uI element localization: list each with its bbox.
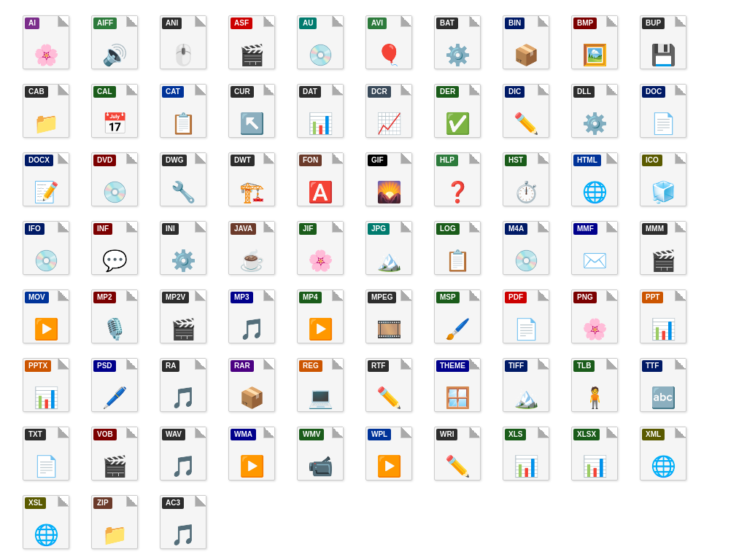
ext-badge: XLS xyxy=(505,429,526,440)
file-icon-bat[interactable]: BAT ⚙️ xyxy=(425,13,490,79)
file-icon-cal[interactable]: CAL 📅 xyxy=(82,82,147,147)
file-icon-gif[interactable]: GIF 🌄 xyxy=(356,150,422,216)
file-icon-fon[interactable]: FON 🅰️ xyxy=(287,150,353,216)
icon-wrapper: MOV ▶️ xyxy=(17,287,75,346)
icon-wrapper: AIFF 🔊 xyxy=(85,13,144,71)
file-icon-dvd[interactable]: DVD 💿 xyxy=(82,150,147,216)
file-icon-asf[interactable]: ASF 🎬 xyxy=(219,13,285,79)
file-icon-dwg[interactable]: DWG 🔧 xyxy=(150,150,216,216)
file-icon-doc[interactable]: DOC 📄 xyxy=(630,82,696,147)
file-icon-mov[interactable]: MOV ▶️ xyxy=(13,287,79,353)
file-icon-wmv[interactable]: WMV 📹 xyxy=(287,424,353,490)
icon-wrapper: BUP 💾 xyxy=(634,13,692,71)
file-icon-ai[interactable]: AI 🌸 xyxy=(13,13,79,79)
file-icon-dwt[interactable]: DWT 🏗️ xyxy=(219,150,285,216)
file-icon-bin[interactable]: BIN 📦 xyxy=(493,13,559,79)
file-icon-m4a[interactable]: M4A 💿 xyxy=(493,219,559,284)
ext-badge: XML xyxy=(642,429,665,440)
file-icon-dcr[interactable]: DCR 📈 xyxy=(356,82,422,147)
file-icon-pptx[interactable]: PPTX 📊 xyxy=(13,356,79,421)
file-icon-wav[interactable]: WAV 🎵 xyxy=(150,424,216,490)
file-icon-ani[interactable]: ANI 🖱️ xyxy=(150,13,216,79)
icon-symbol: 🖌️ xyxy=(445,319,471,340)
file-icon-ra[interactable]: RA 🎵 xyxy=(150,356,216,421)
file-icon-ttf[interactable]: TTF 🔤 xyxy=(630,356,696,421)
file-icon-ppt[interactable]: PPT 📊 xyxy=(630,287,696,353)
file-icon-mp4[interactable]: MP4 ▶️ xyxy=(287,287,353,353)
file-icon-hst[interactable]: HST ⏱️ xyxy=(493,150,559,216)
file-icon-wri[interactable]: WRI ✏️ xyxy=(425,424,490,490)
file-icon-xml[interactable]: XML 🌐 xyxy=(630,424,696,490)
icon-wrapper: ICO 🧊 xyxy=(634,150,692,209)
file-icon-ini[interactable]: INI ⚙️ xyxy=(150,219,216,284)
file-icon-jif[interactable]: JIF 🌸 xyxy=(287,219,353,284)
file-icon-tiff[interactable]: TIFF 🏔️ xyxy=(493,356,559,421)
file-icon-avi[interactable]: AVI 🎈 xyxy=(356,13,422,79)
file-icon-ico[interactable]: ICO 🧊 xyxy=(630,150,696,216)
icon-symbol: 💬 xyxy=(102,251,128,271)
file-page: DLL ⚙️ xyxy=(571,84,618,138)
file-page: TLB 🧍 xyxy=(571,358,618,412)
file-icon-dat[interactable]: DAT 📊 xyxy=(287,82,353,147)
file-icon-mmf[interactable]: MMF ✉️ xyxy=(562,219,627,284)
file-icon-theme[interactable]: THEME 🪟 xyxy=(425,356,490,421)
file-icon-tlb[interactable]: TLB 🧍 xyxy=(562,356,627,421)
file-icon-mp2[interactable]: MP2 🎙️ xyxy=(82,287,147,353)
file-icon-cab[interactable]: CAB 📁 xyxy=(13,82,79,147)
file-icon-ifo[interactable]: IFO 💿 xyxy=(13,219,79,284)
icon-wrapper: PPTX 📊 xyxy=(17,356,75,414)
file-page: XLS 📊 xyxy=(503,427,549,481)
file-icon-rar[interactable]: RAR 📦 xyxy=(219,356,285,421)
file-icon-hlp[interactable]: HLP ❓ xyxy=(425,150,490,216)
ext-badge: WPL xyxy=(368,429,391,440)
file-icon-msp[interactable]: MSP 🖌️ xyxy=(425,287,490,353)
file-icon-mp2v[interactable]: MP2V 🎬 xyxy=(150,287,216,353)
file-icon-wpl[interactable]: WPL ▶️ xyxy=(356,424,422,490)
file-icon-psd[interactable]: PSD 🖊️ xyxy=(82,356,147,421)
file-icon-dic[interactable]: DIC ✏️ xyxy=(493,82,559,147)
file-icon-der[interactable]: DER ✅ xyxy=(425,82,490,147)
file-icon-log[interactable]: LOG 📋 xyxy=(425,219,490,284)
file-icon-java[interactable]: JAVA ☕ xyxy=(219,219,285,284)
icon-wrapper: RA 🎵 xyxy=(154,356,212,414)
file-icon-mpeg[interactable]: MPEG 🎞️ xyxy=(356,287,422,353)
icon-symbol: 🌐 xyxy=(651,456,676,477)
file-page: AI 🌸 xyxy=(23,15,69,69)
file-icon-wma[interactable]: WMA ▶️ xyxy=(219,424,285,490)
file-icon-xls[interactable]: XLS 📊 xyxy=(493,424,559,490)
ext-badge: DCR xyxy=(368,86,391,98)
file-icon-mmm[interactable]: MMM 🎬 xyxy=(630,219,696,284)
file-icon-mp3[interactable]: MP3 🎵 xyxy=(219,287,285,353)
file-icon-png[interactable]: PNG 🌸 xyxy=(562,287,627,353)
icon-wrapper: DAT 📊 xyxy=(291,82,349,140)
icon-symbol: 🎬 xyxy=(102,456,128,477)
icon-symbol: 🏔️ xyxy=(376,251,402,271)
file-icon-bmp[interactable]: BMP 🖼️ xyxy=(562,13,627,79)
file-icon-rtf[interactable]: RTF ✏️ xyxy=(356,356,422,421)
file-icon-ac3[interactable]: AC3 🎵 xyxy=(150,493,216,559)
file-icon-inf[interactable]: INF 💬 xyxy=(82,219,147,284)
file-icon-xsl[interactable]: XSL 🌐 xyxy=(13,493,79,559)
file-icon-vob[interactable]: VOB 🎬 xyxy=(82,424,147,490)
file-icon-cur[interactable]: CUR ↖️ xyxy=(219,82,285,147)
file-icon-dll[interactable]: DLL ⚙️ xyxy=(562,82,627,147)
file-icon-aiff[interactable]: AIFF 🔊 xyxy=(82,13,147,79)
file-icon-html[interactable]: HTML 🌐 xyxy=(562,150,627,216)
file-icon-docx[interactable]: DOCX 📝 xyxy=(13,150,79,216)
file-page: DWG 🔧 xyxy=(160,152,206,206)
icon-wrapper: JPG 🏔️ xyxy=(360,219,418,277)
file-icon-jpg[interactable]: JPG 🏔️ xyxy=(356,219,422,284)
file-icon-pdf[interactable]: PDF 📄 xyxy=(493,287,559,353)
file-icon-cat[interactable]: CAT 📋 xyxy=(150,82,216,147)
file-icon-reg[interactable]: REG 💻 xyxy=(287,356,353,421)
ext-badge: BUP xyxy=(642,18,665,29)
icon-wrapper: DOC 📄 xyxy=(634,82,692,140)
file-icon-xlsx[interactable]: XLSX 📊 xyxy=(562,424,627,490)
file-icon-bup[interactable]: BUP 💾 xyxy=(630,13,696,79)
file-page: PPTX 📊 xyxy=(23,358,69,412)
file-icon-txt[interactable]: TXT 📄 xyxy=(13,424,79,490)
ext-badge: TIFF xyxy=(505,360,527,372)
file-icon-zip[interactable]: ZIP 📁 xyxy=(82,493,147,559)
file-icon-au[interactable]: AU 💿 xyxy=(287,13,353,79)
icon-symbol: ▶️ xyxy=(308,319,333,340)
